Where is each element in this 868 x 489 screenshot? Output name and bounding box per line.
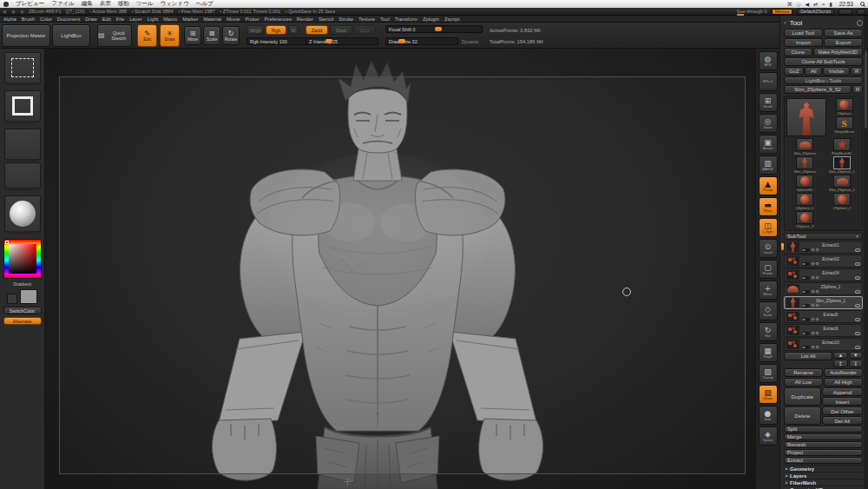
palette-menu[interactable]: Material (203, 17, 221, 22)
visibility-eye-icon[interactable] (855, 346, 860, 349)
subtool-op-button[interactable]: Extract (784, 457, 863, 464)
alpha-thumbnail[interactable] (4, 129, 41, 160)
palette-menu[interactable]: Zplugin (423, 17, 439, 22)
duplicate-button[interactable]: Duplicate (784, 387, 821, 406)
palette-menu[interactable]: Draw (85, 17, 97, 22)
polypaint-toggle[interactable] (801, 346, 810, 349)
tool-thumbnail[interactable]: Slim_ZSphere (786, 138, 823, 155)
window-close-button[interactable] (3, 10, 7, 14)
shelf-icon-button[interactable]: ▣ Actual (759, 135, 778, 154)
clock[interactable]: 22:53 (839, 1, 853, 7)
make-polymesh3d-button[interactable]: Make PolyMesh3D (813, 48, 863, 56)
brush-flag-icon[interactable] (815, 261, 819, 265)
shelf-icon-button[interactable]: + Move (759, 281, 778, 300)
status-icon[interactable]: ◇ (797, 1, 801, 7)
window-zoom-button[interactable] (20, 10, 24, 14)
brush-flag-icon[interactable] (811, 275, 814, 279)
brush-flag-icon[interactable] (815, 275, 819, 279)
tool-thumbnail[interactable]: PolyMesh3D (824, 138, 860, 155)
polypaint-toggle[interactable] (801, 262, 810, 266)
shelf-icon-button[interactable]: ⊞ Scroll (759, 93, 778, 112)
brush-flag-icon[interactable] (815, 317, 819, 320)
macos-menu-item[interactable]: ウィンドウ (161, 0, 189, 8)
macos-status-icons[interactable]: ⌘◇◀⇄≈▮ (787, 1, 832, 7)
palette-menu[interactable]: Tool (380, 17, 390, 22)
projection-master-button[interactable]: Projection Master (2, 24, 50, 47)
current-tool-r-button[interactable]: R (852, 85, 863, 94)
list-all-button[interactable]: List All (784, 352, 832, 360)
tool-thumbnail[interactable]: Slim_ZSphere_2 (824, 175, 860, 192)
subtool-op-button[interactable]: Split (784, 426, 863, 433)
shelf-icon-button[interactable]: ▨ Ghost (759, 385, 778, 404)
macos-menu-item[interactable]: ファイル (51, 0, 75, 8)
stroke-lasso-thumbnail[interactable] (4, 52, 41, 83)
status-icon[interactable]: ⇄ (813, 1, 818, 7)
brush-flag-icon[interactable] (815, 331, 819, 334)
autoreorder-button[interactable]: AutoReorder (824, 368, 863, 377)
palette-menu[interactable]: Stencil (319, 17, 333, 22)
visibility-eye-icon[interactable] (855, 332, 860, 335)
subtool-row[interactable]: Extract02 (784, 254, 863, 268)
z-intensity-slider[interactable]: Z Intensity 25 (306, 37, 378, 45)
edit-mode-button[interactable]: ✎ Edit (137, 24, 157, 47)
subtool-row[interactable]: Extract5 (784, 310, 863, 323)
color-picker[interactable] (3, 239, 42, 279)
switch-color-button[interactable]: SwitchColor (3, 307, 42, 314)
palette-menu[interactable]: Alpha (3, 17, 16, 22)
visibility-eye-icon[interactable] (855, 290, 860, 294)
brush-flag-icon[interactable] (811, 331, 814, 334)
macos-menu-item[interactable]: ヘルプ (196, 0, 214, 8)
window-minimize-button[interactable] (11, 10, 16, 14)
subtool-arrow-button[interactable]: ▼ (849, 352, 863, 359)
macos-menu-item[interactable]: 移動 (118, 0, 129, 8)
main-color-swatch[interactable] (7, 294, 17, 304)
subtool-section-header[interactable]: SubTool▼ (784, 233, 863, 240)
palette-section-header[interactable]: ▶ Geometry HD (784, 486, 863, 489)
focal-shift-slider[interactable]: Focal Shift 0 (385, 25, 483, 33)
stroke-rect-thumbnail[interactable] (4, 90, 41, 122)
brush-flag-icon[interactable] (811, 289, 814, 293)
status-icon[interactable]: ▮ (829, 1, 832, 7)
see-through-slider[interactable]: See-through 0 (737, 9, 767, 15)
save-as-button[interactable]: Save As (824, 29, 863, 37)
goz-visible-button[interactable]: Visible (823, 67, 850, 76)
shelf-icon-button[interactable]: ◍ BPR (759, 51, 778, 70)
macos-menu-item[interactable]: ツール (136, 0, 154, 8)
subtool-arrow-button[interactable]: ↥ (833, 360, 847, 367)
visibility-eye-icon[interactable] (855, 318, 860, 321)
subtool-row[interactable]: Extract01 (784, 241, 863, 254)
m-toggle[interactable]: M (288, 25, 299, 35)
polypaint-toggle[interactable] (801, 290, 810, 294)
tool-thumbnail[interactable]: ZSphere_2 (824, 193, 860, 210)
palette-section-header[interactable]: ▶ Layers (784, 472, 863, 479)
canvas-nav-widget[interactable] (344, 478, 352, 486)
menus-toggle-button[interactable]: Menus (772, 9, 793, 15)
tool-thumbnail[interactable]: Slim_ZSphere_1 (824, 156, 860, 174)
palette-menu[interactable]: File (116, 17, 124, 22)
shelf-icon-button[interactable]: ◫ L.Sym (759, 218, 778, 237)
subtool-arrow-button[interactable]: ↧ (849, 360, 863, 367)
texture-thumbnail[interactable] (4, 162, 41, 188)
palette-menu[interactable]: Edit (102, 17, 111, 22)
del-all-button[interactable]: Del All (822, 416, 863, 425)
visibility-eye-icon[interactable] (855, 248, 860, 252)
mrgb-toggle[interactable]: Mrgb (247, 25, 264, 35)
palette-menu[interactable]: Macro (163, 17, 177, 22)
rename-button[interactable]: Rename (784, 368, 823, 377)
polypaint-toggle[interactable] (801, 304, 810, 307)
palette-menu[interactable]: Preferences (265, 17, 292, 22)
macos-menu-item[interactable]: 編集 (82, 0, 93, 8)
status-icon[interactable]: ◀ (805, 1, 809, 7)
subtool-op-button[interactable]: Remesh (784, 441, 863, 448)
secondary-color-swatch[interactable] (20, 289, 37, 304)
palette-menu[interactable]: Brush (22, 17, 35, 22)
palette-menu[interactable]: Layer (129, 17, 142, 22)
lightbox-button[interactable]: LightBox (52, 24, 90, 47)
shelf-icon-button[interactable]: ◇ Scale (759, 301, 778, 320)
shelf-icon-button[interactable]: ◎ Zoom (759, 114, 778, 133)
palette-menu[interactable]: Transform (395, 17, 418, 22)
append-button[interactable]: Append (822, 387, 863, 396)
brush-flag-icon[interactable] (815, 303, 819, 307)
quick-sketch-button[interactable]: ▤ Quick Sketch (97, 24, 132, 47)
tablet-icon[interactable] (857, 9, 865, 15)
